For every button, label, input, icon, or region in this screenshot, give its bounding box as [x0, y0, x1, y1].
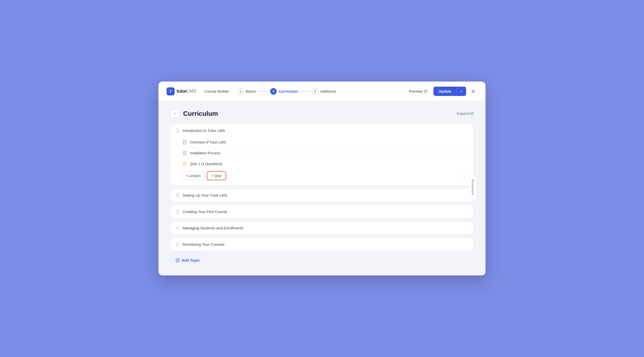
lesson-name-2: Installation Process: [190, 151, 220, 155]
content-wrapper: Curriculum Expand All Introduction to Tu…: [171, 109, 473, 265]
page-header: Curriculum Expand All: [171, 109, 473, 118]
lesson-name-3: Quiz 1 (1 Questions): [190, 162, 222, 166]
lesson-item-2[interactable]: Installation Process: [182, 148, 468, 158]
logo: T tutorLMS: [167, 87, 196, 95]
content-area: Curriculum Expand All Introduction to Tu…: [158, 101, 486, 275]
arrow-left-icon: [173, 112, 177, 115]
external-link-icon: [424, 90, 427, 93]
lesson-item-1[interactable]: Overview of Tutor LMS: [182, 137, 468, 148]
topic-name-1: Introduction to Tutor LMS: [183, 128, 225, 133]
update-button[interactable]: Update: [433, 87, 456, 96]
step-label-basics: Basics: [246, 89, 256, 93]
topic-name-4: Managing Students and Enrollments: [183, 226, 244, 230]
step-additional[interactable]: 3 Additional: [312, 88, 336, 95]
topic-card-1: Introduction to Tutor LMS: [171, 124, 473, 186]
lesson-icon-1: [182, 139, 187, 145]
modal-container: T tutorLMS Course Builder 1 Basics 2 Cur…: [158, 82, 486, 275]
topic-name-3: Creating Your First Course: [183, 209, 227, 214]
step-circle-2: 2: [270, 88, 277, 95]
step-circle-1: 1: [237, 88, 244, 95]
topic-card-3: Creating Your First Course: [171, 205, 473, 218]
topic-name-2: Setting Up Your Tutor LMS: [183, 193, 227, 197]
page-title-area: Curriculum: [171, 109, 218, 118]
topic-card-2: Setting Up Your Tutor LMS: [171, 189, 473, 202]
step-divider-2: [300, 91, 310, 92]
topic-header-4[interactable]: Managing Students and Enrollments: [171, 222, 473, 234]
step-label-curriculum: Curriculum: [279, 89, 298, 93]
svg-marker-11: [183, 162, 187, 166]
lesson-item-3[interactable]: Quiz 1 (1 Questions): [182, 158, 468, 169]
step-label-additional: Additional: [320, 89, 336, 93]
drag-handle-2[interactable]: [176, 193, 180, 198]
add-topic-button[interactable]: Add Topic: [171, 255, 205, 265]
topic-card-5: Monetizing Your Courses: [171, 238, 473, 251]
drag-handle-3[interactable]: [176, 209, 180, 214]
topic-header-3[interactable]: Creating Your First Course: [171, 205, 473, 218]
expand-all-button[interactable]: Expand All: [457, 112, 473, 116]
logo-icon: T: [167, 87, 175, 95]
update-dropdown-button[interactable]: [456, 87, 466, 96]
step-basics[interactable]: 1 Basics: [237, 88, 256, 95]
lesson-name-1: Overview of Tutor LMS: [190, 140, 226, 144]
topic-header-1[interactable]: Introduction to Tutor LMS: [171, 124, 473, 137]
topic-header-2[interactable]: Setting Up Your Tutor LMS: [171, 189, 473, 202]
topic-actions-1: + Lesson + Quiz ⋮: [182, 169, 468, 181]
add-lesson-button-1[interactable]: + Lesson: [182, 171, 205, 180]
svg-line-2: [425, 90, 427, 91]
page-title: Curriculum: [183, 110, 218, 118]
modal-header: T tutorLMS Course Builder 1 Basics 2 Cur…: [158, 82, 486, 101]
drag-handle-1[interactable]: [176, 128, 180, 133]
svg-rect-3: [183, 140, 186, 144]
more-options-button-1[interactable]: ⋮: [460, 172, 468, 180]
topic-list: Introduction to Tutor LMS: [171, 124, 473, 251]
drag-handle-5[interactable]: [176, 242, 180, 247]
step-curriculum[interactable]: 2 Curriculum: [270, 88, 298, 95]
preview-button[interactable]: Preview: [406, 87, 430, 95]
notebook-tab[interactable]: Notebook: [469, 175, 476, 200]
topic-card-4: Managing Students and Enrollments: [171, 221, 473, 235]
lesson-icon-2: [182, 150, 187, 156]
step-circle-3: 3: [312, 88, 318, 95]
action-buttons-1: + Lesson + Quiz: [182, 171, 226, 180]
add-topic-icon: [176, 258, 180, 262]
topic-content-1: Overview of Tutor LMS: [171, 137, 473, 185]
topic-name-5: Monetizing Your Courses: [183, 242, 225, 246]
notebook-tab-container: Notebook: [469, 175, 476, 200]
add-quiz-button-1[interactable]: + Quiz: [207, 171, 226, 180]
quiz-icon-1: [182, 161, 187, 167]
back-button[interactable]: [171, 109, 179, 118]
header-actions: Preview Update ✕: [406, 87, 477, 96]
svg-rect-7: [183, 151, 186, 155]
svg-text:T: T: [170, 90, 172, 94]
star-icon: [182, 162, 187, 166]
step-divider-1: [258, 91, 268, 92]
stepper: 1 Basics 2 Curriculum 3 Additional: [237, 88, 398, 95]
file-icon-2: [182, 151, 187, 155]
topic-header-5[interactable]: Monetizing Your Courses: [171, 238, 473, 251]
course-builder-label: Course Builder: [204, 89, 229, 93]
close-button[interactable]: ✕: [469, 87, 477, 96]
update-button-group: Update: [433, 87, 466, 96]
file-icon: [182, 140, 187, 145]
drag-handle-4[interactable]: [176, 226, 180, 230]
logo-text: tutorLMS: [177, 89, 196, 94]
chevron-down-icon: [460, 90, 463, 93]
